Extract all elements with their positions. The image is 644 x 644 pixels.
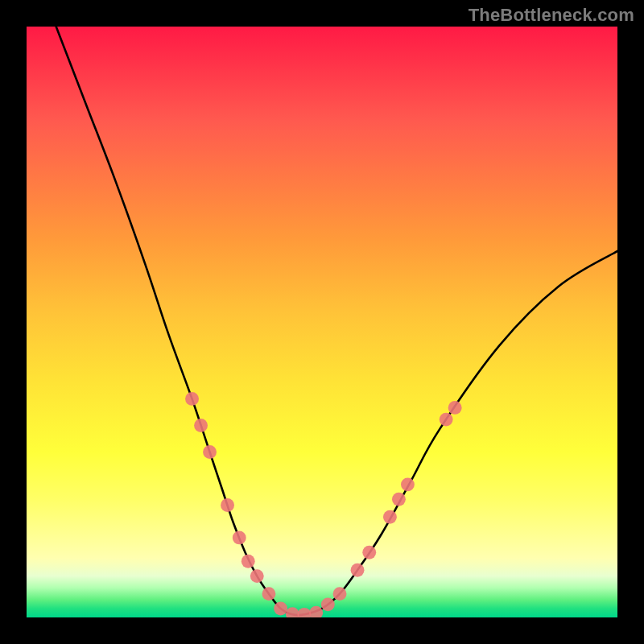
watermark-text: TheBottleneck.com xyxy=(469,5,634,26)
plot-background xyxy=(27,27,617,617)
chart-frame: TheBottleneck.com xyxy=(0,0,644,644)
